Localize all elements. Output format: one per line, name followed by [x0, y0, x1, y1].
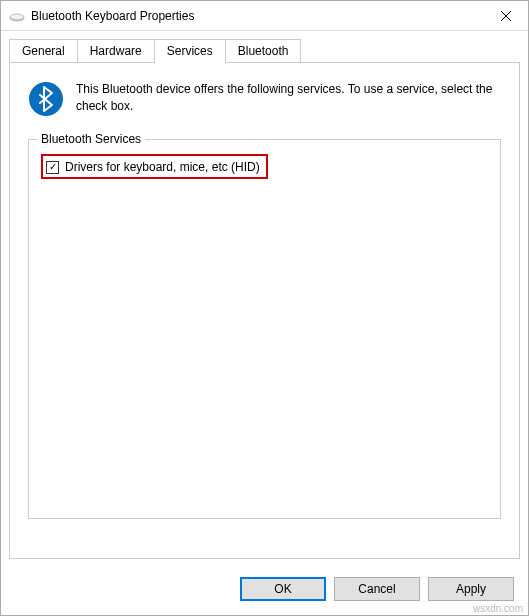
highlight-box: ✓ Drivers for keyboard, mice, etc (HID) — [41, 154, 268, 179]
checkmark-icon: ✓ — [49, 162, 57, 172]
properties-dialog: Bluetooth Keyboard Properties General Ha… — [0, 0, 529, 616]
bluetooth-icon — [28, 81, 64, 121]
intro-row: This Bluetooth device offers the followi… — [28, 81, 501, 121]
svg-point-1 — [10, 14, 24, 20]
titlebar: Bluetooth Keyboard Properties — [1, 1, 528, 31]
dialog-buttons: OK Cancel Apply — [1, 567, 528, 615]
close-button[interactable] — [483, 1, 528, 30]
fieldset-legend: Bluetooth Services — [37, 132, 145, 146]
cancel-button[interactable]: Cancel — [334, 577, 420, 601]
hid-checkbox-label: Drivers for keyboard, mice, etc (HID) — [65, 160, 260, 174]
hid-checkbox[interactable]: ✓ — [46, 161, 59, 174]
tab-hardware[interactable]: Hardware — [77, 39, 155, 63]
tab-strip: General Hardware Services Bluetooth — [1, 31, 528, 63]
window-title: Bluetooth Keyboard Properties — [31, 9, 483, 23]
tab-bluetooth[interactable]: Bluetooth — [225, 39, 302, 63]
apply-button[interactable]: Apply — [428, 577, 514, 601]
device-icon — [9, 8, 25, 24]
tab-general[interactable]: General — [9, 39, 78, 63]
intro-text: This Bluetooth device offers the followi… — [76, 81, 501, 115]
ok-button[interactable]: OK — [240, 577, 326, 601]
tab-services[interactable]: Services — [154, 39, 226, 64]
hid-service-row[interactable]: ✓ Drivers for keyboard, mice, etc (HID) — [43, 157, 266, 177]
tab-content-services: This Bluetooth device offers the followi… — [9, 62, 520, 559]
bluetooth-services-fieldset: Bluetooth Services ✓ Drivers for keyboar… — [28, 139, 501, 519]
